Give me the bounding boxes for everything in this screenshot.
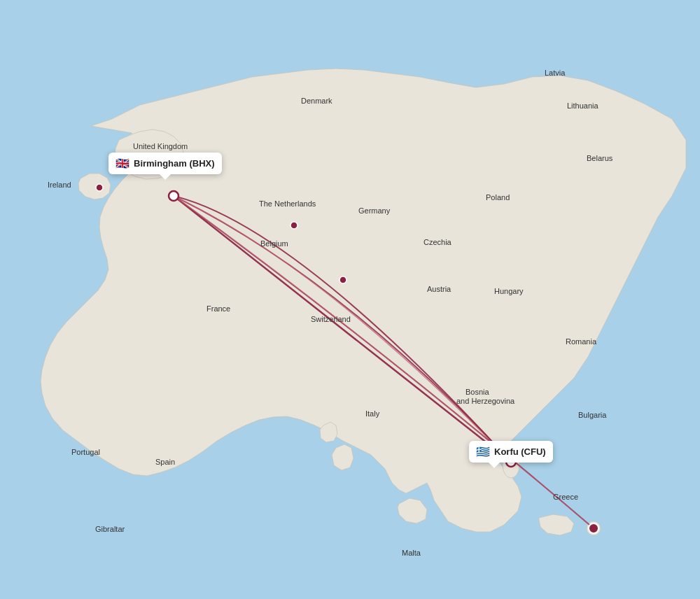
svg-point-15 (506, 457, 516, 467)
svg-point-12 (340, 276, 346, 283)
svg-point-14 (169, 191, 178, 201)
svg-point-16 (589, 523, 598, 533)
svg-point-11 (290, 222, 298, 229)
svg-point-13 (96, 184, 103, 191)
map-svg (0, 0, 700, 599)
map-container: Ireland United Kingdom Denmark Latvia Li… (0, 0, 700, 599)
